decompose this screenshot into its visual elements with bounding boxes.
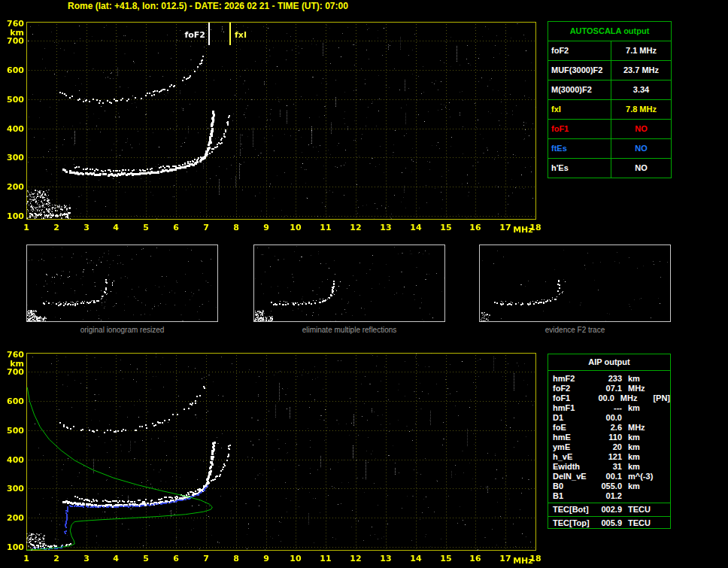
autoscala-row-label: foF2 — [548, 41, 611, 60]
autoscala-table-row: h'EsNO — [548, 159, 671, 178]
aip-row-value: 31 — [598, 462, 622, 472]
aip-row-unit: MHz — [622, 423, 658, 433]
aip-row-label: DelN_vE — [553, 472, 598, 481]
aip-row-unit: TECU — [622, 518, 658, 528]
aip-row-extra — [658, 452, 670, 462]
autoscala-row-label: fxI — [548, 100, 611, 119]
autoscala-row-value: NO — [611, 139, 671, 158]
autoscala-row-label: MUF(3000)F2 — [548, 61, 611, 80]
aip-row-extra — [658, 413, 670, 423]
aip-row-value: 233 — [598, 374, 622, 384]
aip-row-unit: TECU — [622, 505, 658, 515]
aip-table-row: foF207.1MHz — [548, 384, 670, 393]
aip-row-label: D1 — [553, 413, 598, 423]
aip-row-label: hmF2 — [553, 374, 598, 384]
autoscala-table-row: foF1NO — [548, 120, 671, 139]
autoscala-row-label: foF1 — [548, 120, 611, 138]
aip-row-unit — [622, 491, 658, 501]
aip-row-unit: km — [622, 374, 658, 384]
aip-table-row: foF100.0MHz[PN] — [548, 393, 670, 403]
autoscala-row-value: 7.1 MHz — [611, 41, 671, 60]
aip-row-value: 002.9 — [598, 505, 622, 515]
aip-row-label: foE — [553, 423, 598, 433]
aip-row-unit: m^(-3) — [622, 472, 658, 481]
aip-row-value: 07.1 — [598, 384, 622, 393]
aip-row-extra: [PN] — [647, 393, 670, 403]
aip-output-table: AIP outputhmF2233kmfoF207.1MHzfoF100.0MH… — [548, 354, 671, 529]
aip-row-extra — [658, 442, 670, 452]
autoscala-table-row: foF27.1 MHz — [548, 41, 671, 61]
aip-row-value: 00.0 — [598, 413, 622, 423]
aip-row-label: h_vE — [553, 452, 598, 462]
aip-row-unit: km — [622, 452, 658, 462]
autoscala-row-value: 3.34 — [611, 80, 671, 99]
aip-row-value: 110 — [598, 433, 622, 442]
aip-row-label: foF1 — [553, 393, 593, 403]
aip-row-extra — [658, 462, 670, 472]
autoscala-table-row: M(3000)F23.34 — [548, 80, 671, 100]
aip-table-row: hmF1---km — [548, 403, 670, 413]
aip-row-value: 00.1 — [598, 472, 622, 481]
aip-table-row: B0055.0km — [548, 481, 670, 491]
aip-tec-row: TEC[Bot]002.9TECU — [548, 505, 670, 515]
autoscala-table-row: fxI7.8 MHz — [548, 100, 671, 120]
autoscala-row-value: NO — [611, 159, 671, 178]
aip-row-label: B1 — [553, 491, 598, 501]
aip-row-value: 2.6 — [598, 423, 622, 433]
aip-table-body: hmF2233kmfoF207.1MHzfoF100.0MHz[PN]hmF1-… — [548, 371, 670, 501]
aip-row-value: 121 — [598, 452, 622, 462]
aip-row-value: 005.9 — [598, 518, 622, 528]
aip-row-extra — [658, 491, 670, 501]
aip-row-extra — [658, 423, 670, 433]
aip-table-row: h_vE121km — [548, 452, 670, 462]
aip-separator — [548, 516, 670, 517]
autoscala-row-value: 23.7 MHz — [611, 61, 671, 80]
aip-row-value: 00.0 — [593, 393, 614, 403]
autoscala-row-label: ftEs — [548, 139, 611, 158]
autoscala-row-label: h'Es — [548, 159, 611, 178]
autoscala-table-title: AUTOSCALA output — [548, 22, 671, 41]
aip-row-label: hmF1 — [553, 403, 598, 413]
aip-table-row: hmF2233km — [548, 374, 670, 384]
aip-row-unit: km — [622, 442, 658, 452]
aip-row-label: ymE — [553, 442, 598, 452]
aip-row-label: Ewidth — [553, 462, 598, 472]
aip-row-extra — [658, 472, 670, 481]
thumbnail-caption-original: original ionogram resized — [26, 326, 218, 334]
autoscala-table-row: ftEsNO — [548, 139, 671, 159]
aip-row-unit — [622, 413, 658, 423]
thumbnail-original-ionogram — [26, 245, 218, 322]
aip-row-label: TEC[Top] — [553, 518, 598, 528]
aip-row-value: 20 — [598, 442, 622, 452]
aip-row-label: B0 — [553, 481, 598, 491]
aip-row-label: TEC[Bot] — [553, 505, 598, 515]
aip-row-extra — [658, 481, 670, 491]
aip-table-title: AIP output — [548, 354, 670, 371]
aip-row-extra — [658, 374, 670, 384]
aip-row-unit: MHz — [622, 384, 658, 393]
aip-row-unit: km — [622, 462, 658, 472]
thumbnail-caption-evidence: evidence F2 trace — [479, 326, 671, 334]
thumbnail-evidence-f2-trace — [479, 245, 671, 322]
autoscala-row-value: NO — [611, 120, 671, 138]
autoscala-row-label: M(3000)F2 — [548, 80, 611, 99]
aip-row-label: hmE — [553, 433, 598, 442]
aip-table-row: Ewidth31km — [548, 462, 670, 472]
aip-row-label: foF2 — [553, 384, 598, 393]
aip-row-unit: km — [622, 403, 658, 413]
page-title: Rome (lat: +41.8, lon: 012.5) - DATE: 20… — [68, 1, 348, 11]
aip-row-value: 055.0 — [598, 481, 622, 491]
aip-table-row: foE2.6MHz — [548, 423, 670, 433]
aip-row-value: --- — [598, 403, 622, 413]
aip-table-row: D100.0 — [548, 413, 670, 423]
aip-row-value: 01.2 — [598, 491, 622, 501]
aip-row-extra — [658, 384, 670, 393]
aip-table-row: B101.2 — [548, 491, 670, 501]
aip-row-extra — [658, 403, 670, 413]
main-ionogram-canvas — [5, 16, 561, 235]
aip-separator — [548, 503, 670, 503]
aip-table-row: ymE20km — [548, 442, 670, 452]
aip-row-unit: km — [622, 481, 658, 491]
thumbnail-caption-eliminate: eliminate multiple reflections — [253, 326, 445, 334]
autoscala-output-table: AUTOSCALA outputfoF27.1 MHzMUF(3000)F223… — [548, 21, 672, 178]
